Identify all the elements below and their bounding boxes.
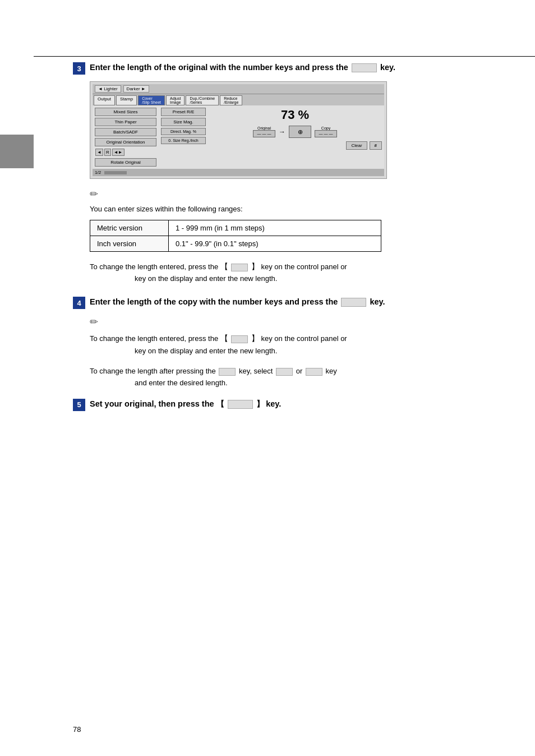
orient-icon-1[interactable]: ◄ [95, 149, 103, 156]
machine-left-panel: Mixed Sizes Thin Paper Batch/SADF Origin… [95, 108, 156, 167]
machine-screenshot: ◄ Lighter Darker ► Output Stamp Cover/Sl… [90, 81, 387, 179]
step4-instruction2: To change the length after pressing the … [90, 366, 501, 389]
footer-label: 1/2 [95, 170, 101, 175]
clear-btn[interactable]: Clear [346, 141, 367, 150]
metric-version-label: Metric version [90, 220, 169, 236]
cover-tab[interactable]: Cover/Slip Sheet [138, 95, 165, 105]
key-ph-4a [231, 335, 248, 343]
arrow-right: → [279, 128, 285, 136]
percent-display: 73 % [281, 108, 309, 122]
step5-section: 5 Set your original, then press the 【 】 … [73, 398, 501, 411]
preset-btn[interactable]: Preset R/E [161, 108, 206, 116]
dup-tab[interactable]: Dup./Combine/Series [186, 95, 219, 105]
key-placeholder-3 [352, 63, 377, 72]
table-row-metric: Metric version 1 - 999 mm (in 1 mm steps… [90, 220, 381, 236]
preset-row: Preset R/E Size Mag. Direct. Mag. % 0. S… [161, 108, 382, 150]
step4-number: 4 [73, 297, 85, 309]
top-rule [34, 56, 535, 57]
page-container: 3 Enter the length of the original with … [0, 0, 535, 756]
step4-header: 4 Enter the length of the copy with the … [73, 296, 501, 309]
page-number: 78 [73, 725, 81, 734]
step3-number: 3 [73, 62, 85, 75]
controls-row: Original — — — → ⊕ Copy — [253, 126, 337, 138]
rotate-btn[interactable]: Rotate Original [95, 158, 156, 167]
machine-right-panel: Preset R/E Size Mag. Direct. Mag. % 0. S… [161, 108, 382, 167]
stamp-tab[interactable]: Stamp [116, 95, 137, 105]
machine-footer: 1/2 [93, 169, 384, 176]
step4-section: 4 Enter the length of the copy with the … [73, 296, 501, 389]
key-ph-4d [306, 368, 322, 376]
size-mag-btn[interactable]: Size Mag. [161, 118, 206, 126]
output-tabs-row: Output Stamp Cover/Slip Sheet AdjustImag… [93, 94, 384, 105]
zoom-icon: ⊕ [289, 126, 311, 138]
key-ph-3a [231, 264, 248, 271]
inch-version-range: 0.1" - 99.9" (in 0.1" steps) [169, 236, 381, 252]
step4-heading: Enter the length of the copy with the nu… [90, 296, 385, 307]
note-icon-3: ✏ [90, 188, 501, 200]
footer-bar [104, 171, 127, 174]
note-text-3: You can enter sizes within the following… [90, 205, 501, 213]
output-tab[interactable]: Output [94, 95, 115, 105]
orient-icon-3[interactable]: ◄► [112, 149, 124, 156]
lighter-tab[interactable]: ◄ Lighter [95, 85, 121, 93]
mixed-sizes-btn[interactable]: Mixed Sizes [95, 108, 156, 116]
machine-top-bar: ◄ Lighter Darker ► [93, 84, 384, 94]
reduce-tab[interactable]: Reduce/Enlarge [220, 95, 242, 105]
step3-instruction: To change the length entered, press the … [90, 261, 501, 285]
step5-header: 5 Set your original, then press the 【 】 … [73, 398, 501, 411]
batch-btn[interactable]: Batch/SADF [95, 128, 156, 136]
key-ph-4c [276, 368, 293, 376]
left-sidebar-block [0, 135, 34, 168]
inch-version-label: Inch version [90, 236, 169, 252]
original-label: Original [257, 126, 271, 130]
direct-btn[interactable]: Direct. Mag. % [161, 128, 206, 135]
hash-btn[interactable]: # [370, 141, 382, 150]
orientation-btn[interactable]: Original Orientation [95, 138, 156, 146]
thin-paper-btn[interactable]: Thin Paper [95, 118, 156, 126]
note-icon-4: ✏ [90, 316, 501, 328]
main-content: 3 Enter the length of the original with … [73, 62, 501, 422]
range-table: Metric version 1 - 999 mm (in 1 mm steps… [90, 220, 381, 252]
step3-header: 3 Enter the length of the original with … [73, 62, 501, 75]
key-ph-4b [219, 368, 236, 376]
step3-heading: Enter the length of the original with th… [90, 62, 395, 73]
step4-instruction1: To change the length entered, press the … [90, 333, 501, 357]
adjust-tab[interactable]: AdjustImage [166, 95, 185, 105]
step5-heading: Set your original, then press the 【 】 ke… [90, 398, 281, 410]
orient-icon-2[interactable]: R [104, 149, 111, 156]
key-placeholder-5 [228, 400, 253, 409]
key-placeholder-4 [341, 298, 366, 307]
size-inch-btn[interactable]: 0. Size Reg./Inch [161, 137, 206, 144]
copy-label: Copy [321, 126, 330, 130]
metric-version-range: 1 - 999 mm (in 1 mm steps) [169, 220, 381, 236]
step3-section: 3 Enter the length of the original with … [73, 62, 501, 285]
copy-box[interactable]: — — — [315, 130, 337, 137]
step5-number: 5 [73, 399, 85, 411]
original-box[interactable]: — — — [253, 130, 275, 137]
machine-body: Mixed Sizes Thin Paper Batch/SADF Origin… [93, 105, 384, 169]
table-row-inch: Inch version 0.1" - 99.9" (in 0.1" steps… [90, 236, 381, 252]
darker-tab[interactable]: Darker ► [123, 85, 149, 93]
